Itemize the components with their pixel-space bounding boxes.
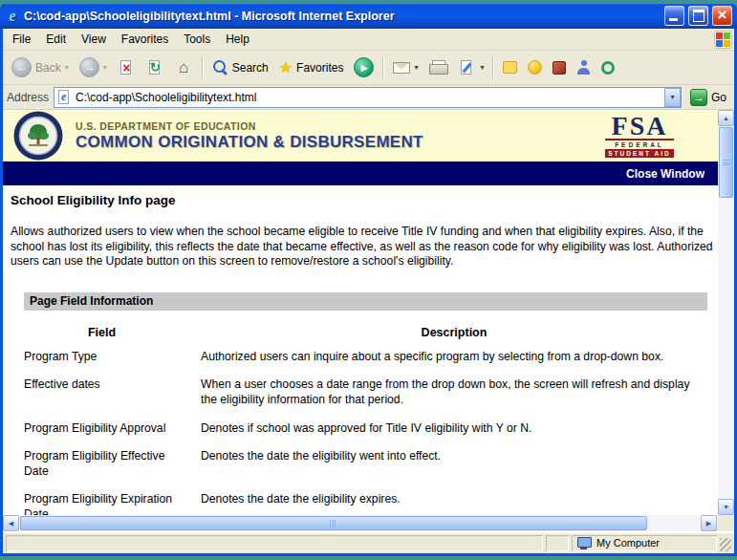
favorites-button[interactable]: ★ Favorites: [274, 57, 349, 78]
fsa-federal-text: FEDERAL: [605, 139, 674, 148]
vertical-scroll-thumb[interactable]: [719, 127, 733, 198]
back-dropdown-icon: ▾: [65, 63, 69, 72]
media-icon: ▸: [354, 57, 374, 77]
education-seal-icon: [13, 111, 63, 163]
edit-dropdown-icon: ▾: [480, 63, 484, 72]
horizontal-scrollbar-row: ◀ ▶: [3, 515, 734, 531]
table-row: Program Eligibility Expiration Date Deno…: [24, 485, 707, 515]
description-cell: Denotes if school was approved for Title…: [201, 415, 707, 443]
forward-icon: →: [79, 57, 99, 77]
go-label: Go: [711, 91, 726, 104]
media-button[interactable]: ▸: [349, 54, 379, 80]
fsa-text: FSA: [605, 114, 674, 140]
status-message-panel: [6, 535, 543, 551]
status-progress-panel: [546, 535, 569, 551]
scroll-left-icon[interactable]: ◀: [3, 515, 19, 531]
table-header-row: Field Description: [24, 320, 707, 343]
table-row: Program Type Authorized users can inquir…: [24, 343, 707, 372]
table-row: Effective dates When a user chooses a da…: [24, 371, 707, 414]
refresh-button[interactable]: ↻: [141, 56, 169, 79]
messenger-button[interactable]: [523, 57, 547, 77]
minimize-button[interactable]: [664, 6, 684, 26]
windows-logo-icon: [714, 31, 732, 49]
ie-logo-icon: e: [5, 8, 20, 25]
field-cell: Program Eligibility Effective Date: [24, 442, 201, 485]
horizontal-scroll-track[interactable]: [647, 515, 701, 531]
go-button[interactable]: → Go: [686, 89, 730, 106]
toolbar-separator: [382, 56, 384, 79]
close-button[interactable]: [712, 6, 732, 26]
stop-button[interactable]: ×: [113, 56, 141, 79]
menu-help[interactable]: Help: [218, 30, 257, 49]
zone-label: My Computer: [596, 537, 660, 549]
scrollbar-corner: [718, 515, 734, 531]
print-icon: [428, 60, 447, 75]
horizontal-scroll-thumb[interactable]: [20, 516, 647, 530]
research-button[interactable]: [596, 58, 619, 77]
mail-dropdown-icon: ▾: [414, 63, 418, 72]
discuss-button[interactable]: [498, 58, 522, 76]
address-input[interactable]: [76, 89, 664, 106]
discuss-icon: [503, 61, 517, 74]
menu-file[interactable]: File: [5, 30, 38, 49]
browser-window: e C:\cod-app\Schooleligibilitytext.html …: [0, 3, 737, 556]
edit-button[interactable]: ▾: [453, 56, 488, 79]
web-page: U.S. DEPARTMENT OF EDUCATION COMMON ORIG…: [3, 110, 718, 515]
addon-button[interactable]: [548, 58, 571, 77]
toolbar-separator: [202, 56, 204, 79]
forward-button[interactable]: → ▾: [75, 54, 112, 80]
stop-icon: ×: [118, 59, 136, 76]
search-icon: [212, 59, 228, 75]
field-cell: Effective dates: [24, 371, 201, 414]
table-row: Program Eligibility Effective Date Denot…: [24, 442, 707, 485]
menu-view[interactable]: View: [74, 30, 114, 49]
horizontal-scrollbar[interactable]: ◀ ▶: [3, 515, 718, 531]
vertical-scrollbar[interactable]: ▲ ▼: [718, 110, 734, 515]
section-header: Page Field Information: [24, 292, 707, 311]
maximize-button[interactable]: [688, 6, 708, 26]
vertical-scroll-track[interactable]: [718, 198, 734, 499]
description-cell: Denotes the date the eligibility went in…: [201, 442, 707, 485]
forward-dropdown-icon: ▾: [103, 63, 107, 72]
field-cell: Program Eligibility Approval: [24, 415, 201, 443]
department-name: U.S. DEPARTMENT OF EDUCATION: [76, 120, 423, 132]
address-label: Address: [7, 91, 49, 104]
app-name: COMMON ORIGINATION & DISBURSEMENT: [76, 133, 423, 152]
title-bar[interactable]: e C:\cod-app\Schooleligibilitytext.html …: [0, 3, 737, 29]
scroll-right-icon[interactable]: ▶: [701, 515, 717, 531]
mail-button[interactable]: ▾: [388, 59, 423, 76]
search-button[interactable]: Search: [207, 56, 273, 78]
description-cell: Authorized users can inquire about a spe…: [201, 343, 707, 372]
print-button[interactable]: [423, 57, 452, 78]
description-column-header: Description: [201, 320, 707, 343]
security-zone-panel: My Computer: [572, 535, 717, 551]
browser-viewport: U.S. DEPARTMENT OF EDUCATION COMMON ORIG…: [3, 110, 734, 515]
contacts-button[interactable]: [572, 57, 596, 77]
research-icon: [601, 61, 615, 75]
scroll-up-icon[interactable]: ▲: [718, 110, 734, 126]
page-icon: e: [57, 89, 72, 105]
menu-tools[interactable]: Tools: [176, 30, 218, 49]
menu-favorites[interactable]: Favorites: [114, 30, 176, 49]
home-icon: ⌂: [175, 59, 193, 76]
search-label: Search: [232, 61, 269, 75]
home-button[interactable]: ⌂: [170, 56, 198, 79]
fsa-student-aid-text: STUDENT AID: [605, 149, 674, 158]
department-branding: U.S. DEPARTMENT OF EDUCATION COMMON ORIG…: [76, 120, 423, 152]
menu-edit[interactable]: Edit: [38, 30, 74, 49]
description-cell: When a user chooses a date range from th…: [201, 371, 707, 414]
close-window-link[interactable]: Close Window: [626, 167, 704, 181]
field-cell: Program Eligibility Expiration Date: [24, 485, 201, 515]
intro-paragraph: Allows authorized users to view when the…: [11, 225, 714, 269]
address-dropdown-button[interactable]: ▾: [664, 88, 681, 107]
field-cell: Program Type: [24, 343, 201, 372]
contacts-icon: [576, 60, 591, 75]
address-field[interactable]: e ▾: [54, 87, 682, 108]
back-button[interactable]: ← Back ▾: [7, 54, 74, 80]
resize-grip[interactable]: [720, 538, 731, 551]
window-body: File Edit View Favorites Tools Help ← Ba…: [0, 29, 737, 556]
edit-icon: [458, 59, 476, 76]
toolbar-separator: [492, 56, 494, 79]
field-info-table: Field Description Program Type Authorize…: [24, 320, 707, 515]
scroll-down-icon[interactable]: ▼: [718, 499, 734, 515]
